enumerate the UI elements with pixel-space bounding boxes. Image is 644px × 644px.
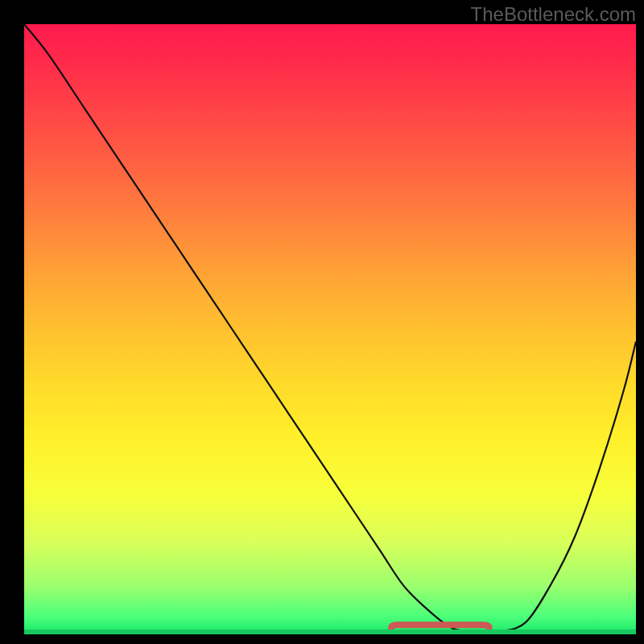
watermark-text: TheBottleneck.com [471, 3, 636, 26]
bottleneck-curve [24, 24, 636, 632]
optimal-range-marker [391, 625, 489, 628]
curve-svg [24, 24, 636, 634]
green-baseline [24, 630, 636, 634]
chart-container: TheBottleneck.com [0, 0, 644, 644]
plot-area [24, 24, 636, 634]
